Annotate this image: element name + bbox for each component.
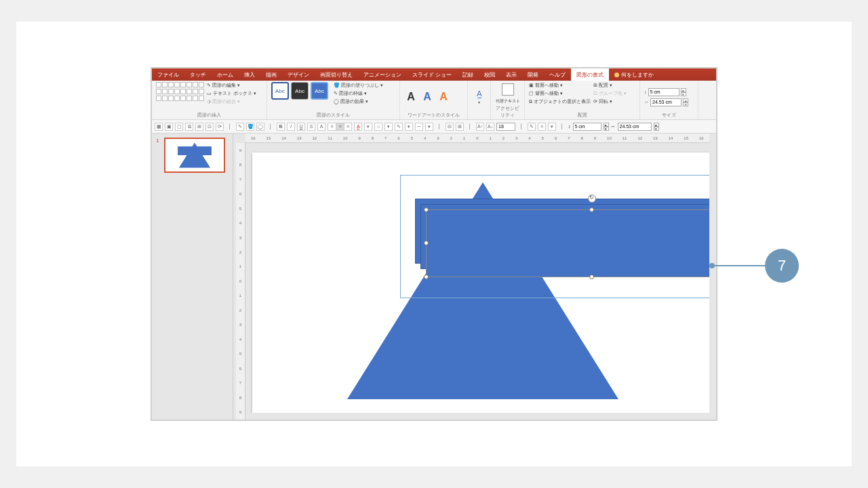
qt-height-spin[interactable]: ▴▾ <box>604 123 609 131</box>
height-icon: ↕ <box>644 89 647 94</box>
align-left[interactable]: ≡ <box>328 123 336 131</box>
resize-handle[interactable] <box>589 207 594 212</box>
tab-insert[interactable]: 挿入 <box>239 68 260 81</box>
bring-forward-button[interactable]: ▣ 前面へ移動 ▾ <box>529 82 591 89</box>
qt-btn[interactable]: ▾ <box>548 123 556 131</box>
qt-dec-font[interactable]: A↓ <box>486 123 494 131</box>
shape-gallery[interactable] <box>156 82 204 101</box>
shape-style-3[interactable]: Abc <box>311 82 328 100</box>
qt-btn[interactable]: ▦ <box>155 123 163 131</box>
tab-touch[interactable]: タッチ <box>184 68 212 81</box>
width-icon: ↔ <box>611 124 616 129</box>
qt-btn[interactable]: ⟳ <box>216 123 224 131</box>
shape-fill-button[interactable]: 🪣 図形の塗りつぶし ▾ <box>334 82 383 89</box>
resize-handle[interactable] <box>424 274 429 279</box>
edit-shape-button[interactable]: ✎ 図形の編集 ▾ <box>207 82 256 89</box>
tab-design[interactable]: デザイン <box>282 68 315 81</box>
tab-record[interactable]: 記録 <box>457 68 479 81</box>
workspace: 1 16151413121110987654321012345678910111… <box>152 134 716 420</box>
qt-btn[interactable]: ⊟ <box>446 123 454 131</box>
qt-btn[interactable]: ─ <box>415 123 423 131</box>
shape-style-1[interactable]: Abc <box>271 82 289 100</box>
wordart-1[interactable]: A <box>404 89 418 105</box>
width-spinner[interactable]: ▴▾ <box>683 98 688 106</box>
wordart-3[interactable]: A <box>437 89 450 105</box>
qt-italic[interactable]: I <box>287 123 295 131</box>
font-color[interactable]: A̲ <box>354 123 362 131</box>
annotation-callout: 7 <box>709 249 799 283</box>
resize-handle[interactable] <box>424 241 429 245</box>
qt-btn[interactable]: ⊡ <box>205 123 214 131</box>
slide[interactable]: 📋 (Ctrl) ▾ <box>252 152 709 413</box>
tab-slideshow[interactable]: スライド ショー <box>407 68 457 81</box>
qt-btn[interactable]: A <box>317 123 326 131</box>
shape-width-input[interactable] <box>650 98 682 106</box>
ruler-vertical: 9876543210123456789 <box>236 143 245 420</box>
rotate-button[interactable]: ⟳ 回転 ▾ <box>593 98 627 105</box>
qt-btn[interactable]: ☆ <box>374 123 382 131</box>
group-shape-styles: 図形のスタイル <box>271 112 395 119</box>
text-fill-icon[interactable]: A̲ <box>477 89 482 98</box>
callout-badge: 7 <box>765 249 799 283</box>
qt-btn[interactable]: ✎ <box>528 123 536 131</box>
resize-handle[interactable] <box>424 207 429 212</box>
qt-btn[interactable]: ⊞ <box>195 123 203 131</box>
qt-inc-font[interactable]: A↑ <box>476 123 484 131</box>
qt-bold[interactable]: B <box>277 123 285 131</box>
qt-btn[interactable]: 🪣 <box>246 123 254 131</box>
qt-btn[interactable]: ✎ <box>395 123 403 131</box>
tab-home[interactable]: ホーム <box>212 68 239 81</box>
align-center[interactable]: ≡ <box>336 123 344 131</box>
shape-effects-button[interactable]: ◯ 図形の効果 ▾ <box>334 98 383 105</box>
tab-animations[interactable]: アニメーション <box>358 68 407 81</box>
tab-help[interactable]: ヘルプ <box>544 68 571 81</box>
group-insert-shapes: 図形の挿入 <box>156 112 262 119</box>
slide-canvas[interactable]: 📋 (Ctrl) ▾ <box>245 143 709 413</box>
alt-text-button[interactable]: 代替テキスト <box>496 98 520 104</box>
tab-shape-format[interactable]: 図形の書式 <box>571 68 609 81</box>
qt-btn[interactable]: ≡ <box>538 123 546 131</box>
slide-thumbnail-1[interactable] <box>164 138 225 173</box>
align-button[interactable]: ⊞ 配置 ▾ <box>593 82 627 89</box>
selection-pane-button[interactable]: ⧉ オブジェクトの選択と表示 <box>529 98 591 105</box>
shape-style-2[interactable]: Abc <box>291 82 309 100</box>
qt-btn[interactable]: ▾ <box>425 123 433 131</box>
height-spinner[interactable]: ▴▾ <box>681 88 686 96</box>
qt-btn[interactable]: S <box>307 123 315 131</box>
quick-toolbar: ▦ ▣ ▢ ⧉ ⊞ ⊡ ⟳ │ ✎ 🪣 ◯ │ B I U S A ≡ ≡ ≡ … <box>152 120 716 134</box>
tab-draw[interactable]: 描画 <box>260 68 282 81</box>
qt-underline[interactable]: U <box>297 123 305 131</box>
qt-btn[interactable]: ◯ <box>256 123 264 131</box>
alt-text-icon[interactable] <box>502 83 514 96</box>
qt-btn[interactable]: ▣ <box>165 123 173 131</box>
tab-review[interactable]: 校閲 <box>479 68 500 81</box>
qt-width-input[interactable] <box>618 123 652 131</box>
group-button: ⊡ グループ化 ▾ <box>593 90 627 97</box>
send-backward-button[interactable]: ▢ 背面へ移動 ▾ <box>529 90 591 97</box>
tab-file[interactable]: ファイル <box>152 68 184 81</box>
qt-btn[interactable]: ▾ <box>384 123 393 131</box>
lightbulb-icon <box>614 73 619 77</box>
shape-outline-button[interactable]: ✎ 図形の枠線 ▾ <box>334 90 383 97</box>
tab-developer[interactable]: 開発 <box>522 68 544 81</box>
tab-view[interactable]: 表示 <box>500 68 522 81</box>
qt-btn[interactable]: ⊞ <box>456 123 464 131</box>
text-box-button[interactable]: ▭ テキスト ボックス ▾ <box>207 90 256 97</box>
qt-btn[interactable]: ⧉ <box>185 123 193 131</box>
qt-btn[interactable]: ✎ <box>236 123 244 131</box>
ribbon-tabs: ファイル タッチ ホーム 挿入 描画 デザイン 画面切り替え アニメーション ス… <box>152 68 716 81</box>
font-size-input[interactable] <box>496 123 515 131</box>
selection-active-shape[interactable] <box>426 209 709 277</box>
align-right[interactable]: ≡ <box>344 123 352 131</box>
wordart-2[interactable]: A <box>420 89 434 105</box>
qt-btn[interactable]: ▢ <box>175 123 183 131</box>
resize-handle[interactable] <box>589 274 594 279</box>
rotation-handle[interactable] <box>588 195 596 203</box>
qt-height-input[interactable] <box>573 123 601 131</box>
qt-width-spin[interactable]: ▴▾ <box>654 123 659 131</box>
shape-height-input[interactable] <box>648 88 679 96</box>
qt-btn[interactable]: ▾ <box>405 123 413 131</box>
tell-me[interactable]: 何をしますか <box>609 68 659 81</box>
qt-btn[interactable]: ▾ <box>364 123 372 131</box>
tab-transitions[interactable]: 画面切り替え <box>315 68 358 81</box>
